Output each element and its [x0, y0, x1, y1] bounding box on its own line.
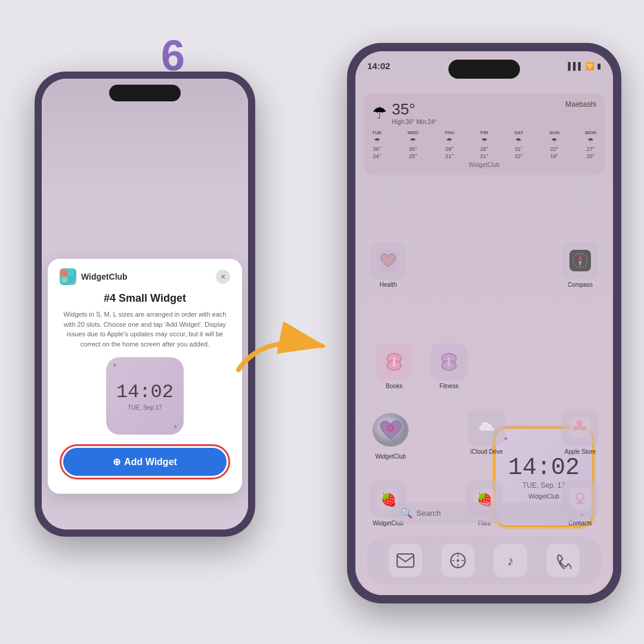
- search-bar[interactable]: 🔍 Search: [391, 503, 577, 524]
- svg-rect-2: [569, 250, 591, 271]
- svg-rect-21: [397, 554, 414, 567]
- weather-widget: ☂ 35° High:36° Min:24° Maebashi TUE ☂ 36…: [364, 93, 605, 175]
- svg-point-23: [457, 559, 459, 562]
- icons-row-2: Books Fitness: [364, 343, 605, 389]
- modal-title: #4 Small Widget: [60, 292, 230, 305]
- forecast-sat: SAT ☂ 31° 22°: [514, 130, 523, 159]
- dock-phone[interactable]: [546, 544, 580, 577]
- modal-description: Widgets in S, M, L sizes are arranged in…: [60, 309, 230, 349]
- health-icon: [370, 242, 407, 279]
- search-icon: 🔍: [401, 507, 413, 519]
- search-label: Search: [416, 509, 441, 518]
- app-icon-widgetclub-2[interactable]: WidgetClub: [370, 409, 411, 460]
- add-icon: ⊕: [113, 456, 120, 467]
- weather-hi-lo: High:36° Min:24°: [392, 119, 436, 125]
- weather-temp: 35°: [392, 100, 436, 119]
- status-time: 14:02: [367, 61, 390, 71]
- modal-close-button[interactable]: ×: [216, 270, 230, 284]
- notch-left: [109, 85, 181, 101]
- weather-location: Maebashi: [565, 100, 596, 109]
- dock-compass[interactable]: [441, 544, 475, 577]
- signal-icon: ▌▌▌: [568, 62, 583, 70]
- sparkle-br: ✦: [173, 423, 178, 430]
- battery-icon: ▮: [597, 62, 601, 70]
- forecast-mon: MON ☂ 27° 20°: [585, 130, 596, 159]
- weather-umbrella-icon: ☂: [372, 103, 387, 123]
- phone-right: 14:02 ▌▌▌ 🛜 ▮ ☂ 35° High:36° Min:24°: [347, 43, 621, 603]
- dock: ♪: [367, 537, 601, 584]
- app-icon-health[interactable]: Health: [370, 242, 407, 288]
- forecast-wed: WED ☂ 35° 25°: [407, 130, 419, 159]
- app-icon-compass[interactable]: Compass: [562, 242, 599, 288]
- apple-store-label: Apple Store: [565, 448, 596, 455]
- health-label: Health: [380, 281, 397, 288]
- add-widget-button-container: ⊕ Add Widget: [60, 444, 230, 479]
- compass-label: Compass: [568, 281, 593, 288]
- app-icon-fitness[interactable]: Fitness: [431, 343, 467, 389]
- app-icon-books[interactable]: Books: [376, 343, 413, 389]
- widget-preview: ✦ 14:02 TUE, Sep.17 ✦: [106, 357, 184, 435]
- icloud-icon: [468, 409, 505, 446]
- weather-widget-label: WidgetClub: [372, 162, 596, 168]
- svg-text:♪: ♪: [507, 553, 514, 568]
- dock-mail[interactable]: [389, 544, 422, 577]
- add-widget-label: Add Widget: [124, 457, 177, 467]
- svg-rect-11: [448, 357, 450, 367]
- compass-icon: [562, 242, 599, 279]
- weather-forecast: TUE ☂ 36° 24° WED ☂ 35° 25° THU ☂ 29: [372, 130, 596, 159]
- forecast-tue: TUE ☂ 36° 24°: [372, 130, 382, 159]
- app-icon-apple-store[interactable]: Apple Store: [562, 409, 599, 460]
- icons-row-3: WidgetClub iCloud Drive: [364, 409, 605, 460]
- books-icon: [376, 343, 413, 380]
- icloud-label: iCloud Drive: [470, 448, 503, 455]
- sparkle-tl: ✦: [112, 362, 117, 369]
- widgetclub-2-label: WidgetClub: [375, 453, 406, 460]
- wifi-icon: 🛜: [586, 62, 595, 70]
- svg-rect-8: [393, 357, 395, 367]
- dock-music[interactable]: ♪: [494, 544, 527, 577]
- add-widget-button[interactable]: ⊕ Add Widget: [63, 448, 227, 476]
- app-icon-icloud[interactable]: iCloud Drive: [468, 409, 505, 460]
- preview-date: TUE, Sep.17: [128, 404, 162, 411]
- widget-modal: WidgetClub × #4 Small Widget Widgets in …: [48, 259, 242, 494]
- fitness-label: Fitness: [439, 383, 459, 389]
- preview-time: 14:02: [116, 381, 174, 403]
- modal-logo-icon: [60, 268, 76, 285]
- apple-store-icon: [562, 409, 599, 446]
- status-bar: 14:02 ▌▌▌ 🛜 ▮: [367, 61, 601, 71]
- modal-app-name: WidgetClub: [81, 272, 128, 281]
- svg-point-13: [388, 425, 394, 431]
- fitness-icon: [431, 343, 467, 380]
- widgetclub-2-icon: [370, 409, 411, 451]
- status-icons: ▌▌▌ 🛜 ▮: [568, 62, 601, 70]
- icons-row-1: Health Compass ✦: [364, 242, 605, 288]
- forecast-thu: THU ☂ 29° 21°: [444, 130, 454, 159]
- phone-left: WidgetClub × #4 Small Widget Widgets in …: [35, 72, 255, 537]
- forecast-fri: FRI ☂ 26° 21°: [480, 130, 488, 159]
- books-label: Books: [386, 383, 402, 389]
- hand-cursor-icon: ☞: [141, 522, 160, 530]
- forecast-sun: SUN ☂ 22° 19°: [549, 130, 559, 159]
